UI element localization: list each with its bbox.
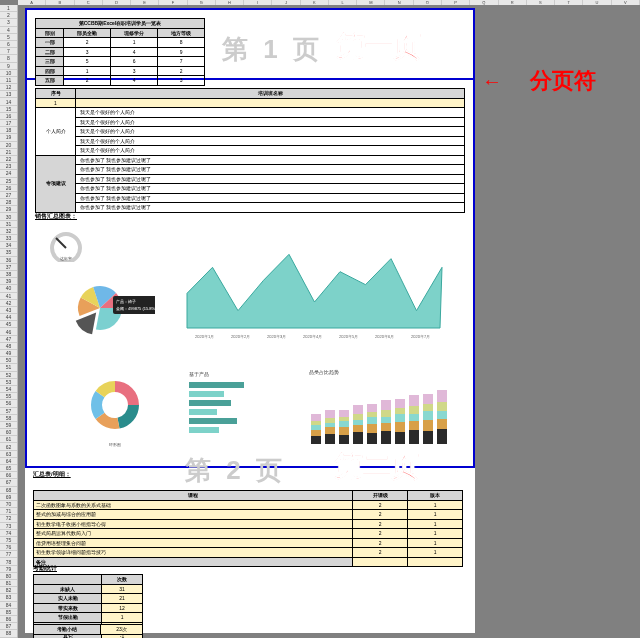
row-header[interactable]: 56: [0, 400, 17, 407]
row-header[interactable]: 80: [0, 573, 17, 580]
row-header[interactable]: 77: [0, 551, 17, 558]
row-header[interactable]: 21: [0, 149, 17, 156]
row-header[interactable]: 20: [0, 142, 17, 149]
row-header[interactable]: 59: [0, 422, 17, 429]
row-header[interactable]: 8: [0, 55, 17, 62]
row-header[interactable]: 30: [0, 213, 17, 220]
row-header[interactable]: 79: [0, 566, 17, 573]
col-header[interactable]: M: [357, 0, 385, 5]
col-header[interactable]: N: [385, 0, 413, 5]
row-header[interactable]: 31: [0, 221, 17, 228]
row-header[interactable]: 53: [0, 379, 17, 386]
row-header[interactable]: 76: [0, 544, 17, 551]
row-header[interactable]: 65: [0, 465, 17, 472]
col-header[interactable]: H: [216, 0, 244, 5]
row-header[interactable]: 60: [0, 429, 17, 436]
row-header[interactable]: 67: [0, 479, 17, 486]
col-header[interactable]: V: [612, 0, 640, 5]
row-header[interactable]: 40: [0, 285, 17, 292]
row-header[interactable]: 68: [0, 487, 17, 494]
row-header[interactable]: 34: [0, 242, 17, 249]
row-header[interactable]: 48: [0, 343, 17, 350]
col-header[interactable]: I: [244, 0, 272, 5]
row-header[interactable]: 63: [0, 451, 17, 458]
row-header[interactable]: 24: [0, 170, 17, 177]
row-header[interactable]: 83: [0, 594, 17, 601]
row-header[interactable]: 15: [0, 106, 17, 113]
col-header[interactable]: D: [103, 0, 131, 5]
col-header[interactable]: P: [442, 0, 470, 5]
row-header[interactable]: 33: [0, 235, 17, 242]
row-header[interactable]: 11: [0, 77, 17, 84]
row-header[interactable]: 28: [0, 199, 17, 206]
row-header[interactable]: 62: [0, 443, 17, 450]
row-header[interactable]: 13: [0, 91, 17, 98]
col-header[interactable]: C: [75, 0, 103, 5]
row-header[interactable]: 3: [0, 19, 17, 26]
col-header[interactable]: B: [46, 0, 74, 5]
row-header[interactable]: 72: [0, 515, 17, 522]
row-header[interactable]: 6: [0, 41, 17, 48]
row-header[interactable]: 35: [0, 249, 17, 256]
row-header[interactable]: 22: [0, 156, 17, 163]
row-header[interactable]: 75: [0, 537, 17, 544]
row-header[interactable]: 88: [0, 630, 17, 637]
col-header[interactable]: O: [414, 0, 442, 5]
course-list-table[interactable]: 课程 开课级 版本 二次函数图象与系数的关系式基础21整式的加减与综合的应用题2…: [33, 490, 463, 567]
row-header[interactable]: 36: [0, 257, 17, 264]
row-header[interactable]: 58: [0, 415, 17, 422]
row-header[interactable]: 16: [0, 113, 17, 120]
row-header[interactable]: 23: [0, 163, 17, 170]
row-header[interactable]: 49: [0, 350, 17, 357]
row-header[interactable]: 42: [0, 300, 17, 307]
col-header[interactable]: U: [583, 0, 611, 5]
col-header[interactable]: E: [131, 0, 159, 5]
row-header[interactable]: 50: [0, 357, 17, 364]
row-header[interactable]: 7: [0, 48, 17, 55]
row-header[interactable]: 46: [0, 328, 17, 335]
row-header[interactable]: 19: [0, 134, 17, 141]
row-header[interactable]: 17: [0, 120, 17, 127]
row-header[interactable]: 57: [0, 408, 17, 415]
row-header[interactable]: 82: [0, 587, 17, 594]
row-header[interactable]: 10: [0, 70, 17, 77]
col-header[interactable]: G: [188, 0, 216, 5]
row-header[interactable]: 64: [0, 458, 17, 465]
row-header[interactable]: 41: [0, 293, 17, 300]
row-header[interactable]: 4: [0, 27, 17, 34]
row-header[interactable]: 12: [0, 84, 17, 91]
top-summary-table[interactable]: 第CCBB期Excel在职培训学员一览表 部别 部员全勤 现修学分 地方等级 一…: [35, 18, 205, 86]
row-headers[interactable]: for(let i=1;i<=88;i++)document.write('<d…: [0, 5, 18, 638]
row-header[interactable]: 26: [0, 185, 17, 192]
col-header[interactable]: S: [527, 0, 555, 5]
row-header[interactable]: 37: [0, 264, 17, 271]
row-header[interactable]: 29: [0, 206, 17, 213]
row-header[interactable]: 85: [0, 609, 17, 616]
row-header[interactable]: 45: [0, 321, 17, 328]
row-header[interactable]: 27: [0, 192, 17, 199]
attendance-summary[interactable]: 考勤小结23次: [33, 624, 143, 635]
row-header[interactable]: 43: [0, 307, 17, 314]
col-header[interactable]: A: [18, 0, 46, 5]
row-header[interactable]: 18: [0, 127, 17, 134]
row-header[interactable]: 66: [0, 472, 17, 479]
column-headers[interactable]: 'ABCDEFGHIJKLMNOPQRSTUV'.split('').forEa…: [18, 0, 640, 5]
col-header[interactable]: T: [555, 0, 583, 5]
row-header[interactable]: 32: [0, 228, 17, 235]
col-header[interactable]: F: [159, 0, 187, 5]
row-header[interactable]: 73: [0, 523, 17, 530]
row-header[interactable]: 87: [0, 623, 17, 630]
row-header[interactable]: 71: [0, 508, 17, 515]
row-header[interactable]: 54: [0, 386, 17, 393]
row-header[interactable]: 1: [0, 5, 17, 12]
row-header[interactable]: 38: [0, 271, 17, 278]
row-header[interactable]: 86: [0, 616, 17, 623]
row-header[interactable]: 70: [0, 501, 17, 508]
row-header[interactable]: 55: [0, 393, 17, 400]
col-header[interactable]: J: [272, 0, 300, 5]
row-header[interactable]: 39: [0, 278, 17, 285]
row-header[interactable]: 78: [0, 558, 17, 565]
row-header[interactable]: 9: [0, 63, 17, 70]
col-header[interactable]: Q: [470, 0, 498, 5]
row-header[interactable]: 47: [0, 336, 17, 343]
